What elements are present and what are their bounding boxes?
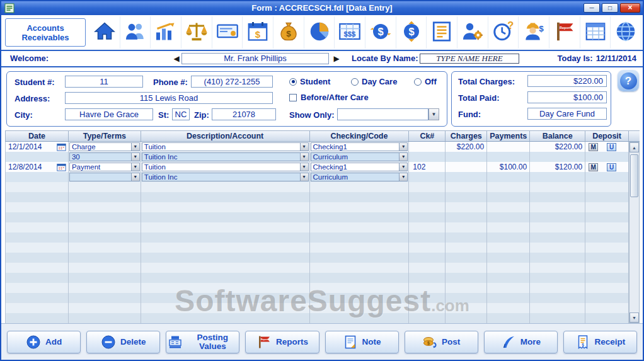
post-button[interactable]: $Post (405, 331, 478, 353)
footer-button-label: More (520, 338, 541, 347)
checking-code-dropdown[interactable]: Curriculum▾ (311, 173, 408, 181)
cell-payments (487, 152, 530, 162)
state-field[interactable]: NC (172, 108, 190, 120)
type-terms-dropdown[interactable]: Payment▾ (69, 163, 140, 171)
cell-payments (487, 263, 530, 273)
dropdown-arrow-icon[interactable]: ▾ (300, 153, 308, 161)
scroll-down-icon[interactable]: ▼ (630, 312, 639, 323)
phone-field[interactable]: (410) 272-1255 (191, 76, 273, 88)
deposit-m-button[interactable]: M (589, 143, 598, 151)
add-button[interactable]: Add (7, 331, 81, 353)
cell-date (6, 263, 69, 273)
before-after-care-checkbox[interactable]: Before/After Care (289, 93, 369, 102)
show-only-combo[interactable]: ▼ (337, 108, 439, 120)
cell-checking-code (310, 293, 410, 303)
note-button[interactable]: Note (325, 331, 399, 353)
dropdown-arrow-icon[interactable]: ▾ (399, 153, 407, 161)
toolbar-money-bag-button[interactable]: $ (273, 16, 304, 49)
toolbar-ledger-button[interactable]: $$$ (335, 16, 365, 49)
dropdown-arrow-icon[interactable]: ▾ (131, 153, 139, 161)
calendar-icon[interactable] (56, 163, 67, 171)
cell-deposit (585, 303, 629, 313)
toolbar-time-question-button[interactable]: ? (488, 16, 519, 49)
cell-date[interactable]: 12/1/2014 (6, 142, 69, 152)
dropdown-arrow-icon[interactable]: ▾ (300, 173, 308, 181)
toolbar-users-button[interactable] (120, 16, 151, 49)
scrollbar-thumb[interactable] (630, 154, 638, 197)
radio-off[interactable]: Off (414, 77, 437, 86)
description-account-dropdown[interactable]: Tuition▾ (142, 163, 309, 171)
type-terms-dropdown[interactable]: 30▾ (69, 152, 140, 161)
deposit-u-button[interactable]: U (607, 163, 616, 171)
previous-record-arrow-icon[interactable]: ◀ (171, 54, 181, 64)
dropdown-arrow-icon[interactable]: ▾ (131, 173, 139, 181)
toolbar-worker-dollar-button[interactable]: $ (519, 16, 549, 49)
description-account-dropdown[interactable]: Tuition Inc▾ (142, 152, 309, 161)
toolbar-scales-button[interactable] (181, 16, 212, 49)
dropdown-arrow-icon[interactable]: ▾ (131, 143, 139, 151)
checking-code-dropdown[interactable]: Checking1▾ (311, 142, 408, 151)
dropdown-arrow-icon[interactable]: ▾ (300, 143, 308, 151)
zip-field[interactable]: 21078 (212, 108, 276, 120)
svg-text:$: $ (427, 340, 430, 345)
combo-arrow-icon[interactable]: ▼ (428, 108, 439, 120)
toolbar-globe-button[interactable] (611, 16, 641, 49)
city-field[interactable]: Havre De Grace (65, 108, 153, 120)
locate-by-name-input[interactable]: TYPE NAME HERE (420, 54, 519, 64)
cell-date (6, 273, 69, 283)
toolbar-pie-chart-button[interactable] (304, 16, 335, 49)
toolbar-spreadsheet-button[interactable] (580, 16, 611, 49)
close-button[interactable]: × (620, 3, 640, 13)
maximize-button[interactable]: □ (602, 3, 618, 13)
type-terms-dropdown[interactable]: Charge▾ (69, 142, 140, 151)
toolbar-checkbook-button[interactable] (212, 16, 243, 49)
reports-button[interactable]: ReportsReports (245, 331, 319, 353)
cell-date[interactable]: 12/8/2014 (6, 162, 69, 172)
cell-description-account: Tuition Inc▾ (141, 152, 310, 162)
toolbar-home-button[interactable] (89, 16, 120, 49)
toolbar-form-list-button[interactable] (427, 16, 457, 49)
help-button[interactable]: ? (618, 70, 639, 91)
dropdown-arrow-icon[interactable]: ▾ (300, 163, 308, 171)
student-form: Student #: 11 Phone #: (410) 272-1255 St… (1, 67, 643, 130)
radio-student[interactable]: Student (289, 77, 330, 86)
deposit-u-button[interactable]: U (607, 143, 616, 151)
deposit-m-button[interactable]: M (589, 163, 598, 171)
today-label: Today Is: (558, 51, 593, 66)
type-terms-dropdown[interactable]: ▾ (69, 173, 140, 181)
checking-code-dropdown[interactable]: Checking1▾ (311, 163, 408, 171)
posting-values-button[interactable]: Posting Values (166, 331, 239, 353)
toolbar-dollar-exchange-button[interactable]: $ (396, 16, 427, 49)
dropdown-arrow-icon[interactable]: ▾ (131, 163, 139, 171)
cell-type-terms: Payment▾ (69, 162, 141, 172)
current-record-name[interactable]: Mr. Frank Phillips (181, 53, 329, 64)
app-window: Form : ACCRECSCH.fdl [Data Entry] ─ □ × … (0, 0, 644, 361)
toolbar-user-settings-button[interactable] (457, 16, 488, 49)
minimize-button[interactable]: ─ (584, 3, 600, 13)
cell-checking-code (310, 303, 410, 313)
receipt-button[interactable]: $Receipt (563, 331, 637, 353)
address-field[interactable]: 115 Lewis Road (65, 92, 273, 104)
radio-day-care[interactable]: Day Care (351, 77, 397, 86)
checking-code-dropdown[interactable]: Curriculum▾ (311, 152, 408, 161)
description-account-dropdown[interactable]: Tuition Inc▾ (142, 173, 309, 181)
dropdown-arrow-icon[interactable]: ▾ (399, 163, 407, 171)
description-account-dropdown[interactable]: Tuition▾ (142, 142, 309, 151)
toolbar-dollar-transfer-button[interactable]: $ (365, 16, 396, 49)
table-scrollbar[interactable]: ▲ ▼ (629, 142, 640, 323)
scroll-up-icon[interactable]: ▲ (630, 142, 639, 152)
cell-ck-number (409, 232, 446, 243)
toolbar-chart-button[interactable] (151, 16, 181, 49)
dropdown-arrow-icon[interactable]: ▾ (399, 143, 407, 151)
show-only-value[interactable] (337, 108, 428, 120)
next-record-arrow-icon[interactable]: ▶ (331, 54, 342, 64)
toolbar-calendar-dollar-button[interactable]: $ (243, 16, 273, 49)
toolbar-reports-flag-button[interactable]: Reports (549, 16, 580, 49)
delete-button[interactable]: Delete (86, 331, 160, 353)
student-number-field[interactable]: 11 (65, 76, 143, 88)
cell-type-terms (69, 253, 141, 263)
calendar-icon[interactable] (56, 143, 67, 151)
more-button[interactable]: More (484, 331, 558, 353)
dropdown-arrow-icon[interactable]: ▾ (399, 173, 407, 181)
state-label: St: (158, 109, 169, 121)
